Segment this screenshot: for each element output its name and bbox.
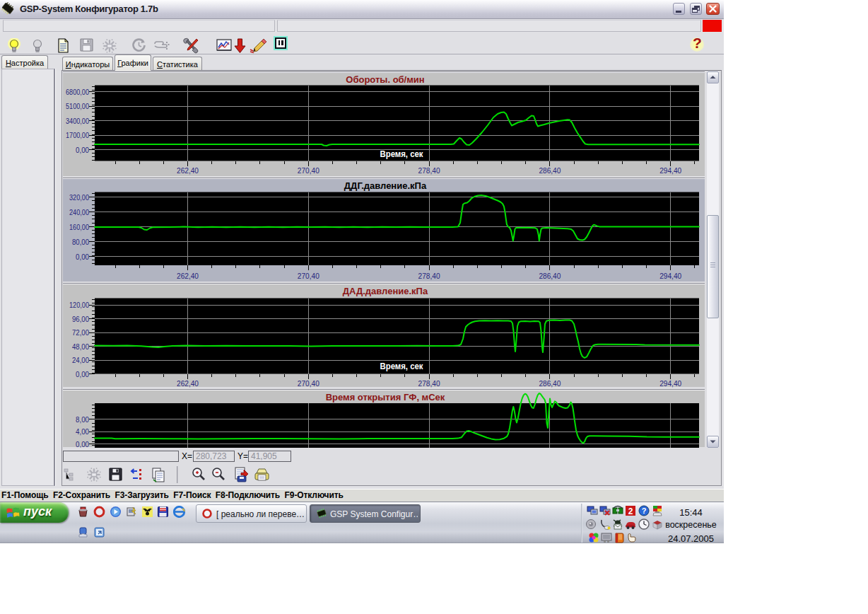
svg-text:8,00: 8,00 [76,415,89,424]
svg-text:Обороты. об/мин: Обороты. об/мин [346,74,424,85]
svg-text:24,00: 24,00 [72,356,89,364]
svg-text:120,00: 120,00 [69,301,89,309]
svg-text:80,00: 80,00 [72,238,89,246]
svg-text:ДДГ.давление.кПа: ДДГ.давление.кПа [344,180,427,191]
svg-text:262,40: 262,40 [177,379,199,388]
svg-text:294,40: 294,40 [659,166,681,175]
svg-text:278,40: 278,40 [418,166,440,175]
svg-text:278,40: 278,40 [418,379,440,388]
svg-text:5100,00: 5100,00 [66,102,89,110]
svg-text:Время, сек: Время, сек [380,149,424,159]
svg-text:294,40: 294,40 [659,272,681,280]
svg-text:72,00: 72,00 [72,328,89,337]
svg-text:4,00: 4,00 [76,427,89,436]
svg-text:0,00: 0,00 [76,253,89,261]
svg-text:3400,00: 3400,00 [66,117,89,125]
svg-text:96,00: 96,00 [72,315,89,323]
svg-text:270,40: 270,40 [298,166,319,175]
svg-text:Время открытия ГФ, мСек: Время открытия ГФ, мСек [326,392,445,402]
svg-text:270,40: 270,40 [298,272,319,280]
svg-text:0,00: 0,00 [76,146,89,154]
svg-text:294,40: 294,40 [659,379,681,388]
svg-text:286,40: 286,40 [539,166,561,175]
svg-text:270,40: 270,40 [298,379,319,388]
svg-text:0,00: 0,00 [76,440,89,448]
svg-text:286,40: 286,40 [539,272,561,280]
svg-text:48,00: 48,00 [72,342,89,351]
svg-text:1700,00: 1700,00 [66,131,89,139]
svg-text:278,40: 278,40 [418,272,440,280]
svg-text:ДАД.давление.кПа: ДАД.давление.кПа [343,286,428,296]
svg-text:286,40: 286,40 [539,379,561,388]
svg-text:240,00: 240,00 [69,208,89,216]
svg-text:Время, сек: Время, сек [380,361,424,371]
svg-text:2: 2 [628,506,633,516]
svg-text:0,00: 0,00 [76,370,89,378]
svg-text:320,00: 320,00 [69,193,89,202]
svg-text:6800,00: 6800,00 [66,88,89,96]
svg-text:262,40: 262,40 [177,166,199,175]
svg-text:160,00: 160,00 [69,223,89,231]
svg-text:262,40: 262,40 [177,272,199,280]
svg-text:?: ? [642,506,647,515]
